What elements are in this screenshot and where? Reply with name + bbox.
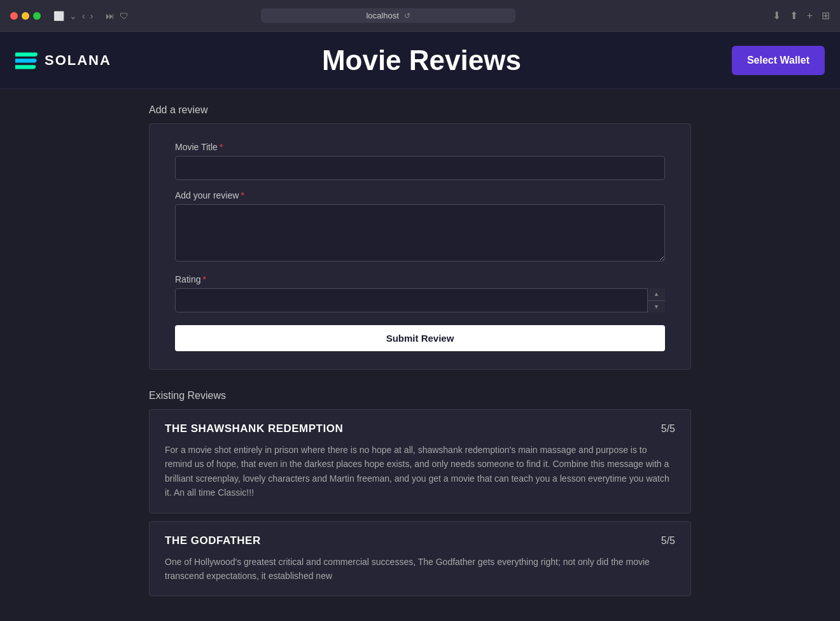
forward-fast-icon[interactable]: ⏭ (106, 11, 115, 21)
rating-required: * (202, 274, 206, 284)
svg-rect-2 (15, 65, 36, 69)
app-title: Movie Reviews (111, 45, 732, 76)
review-rating-0: 5/5 (661, 423, 675, 435)
review-title-0: THE SHAWSHANK REDEMPTION (165, 422, 343, 435)
rating-wrapper: ▲ ▼ (175, 288, 665, 312)
url-text: localhost (366, 11, 398, 20)
review-title-1: THE GODFATHER (165, 534, 261, 547)
solana-logo: SOLANA (15, 49, 111, 72)
review-card-1: THE GODFATHER 5/5 One of Hollywood's gre… (149, 521, 691, 597)
traffic-lights (10, 12, 41, 20)
browser-right-icons: ⬇ ⬆ + ⊞ (773, 10, 830, 22)
rating-increment-button[interactable]: ▲ (648, 288, 665, 301)
rating-spinners: ▲ ▼ (647, 288, 665, 312)
shield-icon[interactable]: 🛡 (120, 11, 129, 21)
review-rating-1: 5/5 (661, 535, 675, 547)
review-text-label: Add your review* (175, 190, 665, 200)
review-required: * (241, 190, 244, 200)
sidebar-toggle-icon[interactable]: ⬜ (53, 11, 64, 21)
chevron-down-icon[interactable]: ⌄ (69, 11, 77, 21)
traffic-light-yellow[interactable] (22, 12, 29, 20)
reload-icon[interactable]: ↺ (404, 11, 410, 20)
review-textarea[interactable] (175, 204, 665, 262)
review-text-1: One of Hollywood's greatest critical and… (165, 555, 675, 583)
new-tab-icon[interactable]: + (807, 10, 813, 22)
review-text-0: For a movie shot entirely in prison wher… (165, 443, 675, 500)
add-review-form-card: Movie Title* Add your review* Rating* ▲ … (149, 123, 691, 370)
svg-rect-0 (15, 52, 38, 56)
traffic-light-green[interactable] (33, 12, 41, 20)
traffic-light-red[interactable] (10, 12, 18, 20)
grid-icon[interactable]: ⊞ (822, 10, 830, 22)
movie-title-group: Movie Title* (175, 142, 665, 180)
existing-reviews-title: Existing Reviews (149, 390, 691, 401)
movie-title-required: * (220, 142, 223, 152)
submit-review-button[interactable]: Submit Review (175, 325, 665, 351)
solana-logo-icon (15, 49, 38, 72)
movie-title-input[interactable] (175, 156, 665, 180)
rating-label: Rating* (175, 274, 665, 284)
review-header-1: THE GODFATHER 5/5 (165, 534, 675, 547)
browser-chrome: ⬜ ⌄ ‹ › ⏭ 🛡 localhost ↺ ⬇ ⬆ + ⊞ (0, 0, 840, 32)
solana-logo-text: SOLANA (45, 52, 111, 69)
forward-icon[interactable]: › (90, 11, 94, 21)
download-icon[interactable]: ⬇ (773, 10, 781, 22)
movie-title-label: Movie Title* (175, 142, 665, 152)
back-icon[interactable]: ‹ (82, 11, 85, 21)
svg-rect-1 (15, 59, 37, 62)
share-icon[interactable]: ⬆ (790, 10, 798, 22)
rating-group: Rating* ▲ ▼ (175, 274, 665, 312)
browser-extra-icons: ⏭ 🛡 (106, 11, 129, 21)
main-content: Add a review Movie Title* Add your revie… (134, 89, 706, 619)
review-text-group: Add your review* (175, 190, 665, 264)
review-card-0: THE SHAWSHANK REDEMPTION 5/5 For a movie… (149, 409, 691, 513)
address-bar[interactable]: localhost ↺ (261, 8, 515, 23)
review-header-0: THE SHAWSHANK REDEMPTION 5/5 (165, 422, 675, 435)
add-review-title: Add a review (149, 104, 691, 116)
rating-input[interactable] (175, 288, 665, 312)
rating-decrement-button[interactable]: ▼ (648, 301, 665, 313)
browser-nav-icons: ⬜ ⌄ ‹ › (53, 11, 93, 21)
app-header: SOLANA Movie Reviews Select Wallet (0, 32, 840, 89)
select-wallet-button[interactable]: Select Wallet (732, 46, 825, 75)
